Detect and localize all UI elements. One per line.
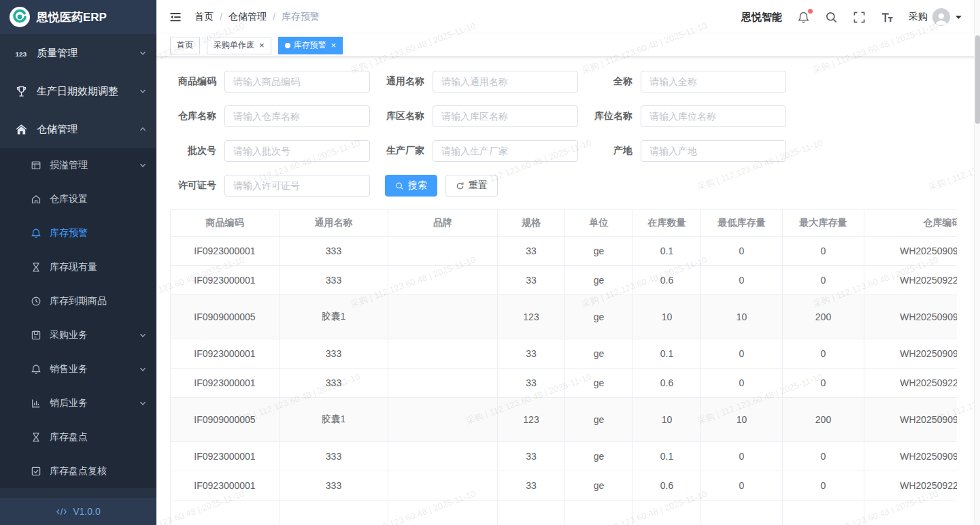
field-label: 库位名称 — [586, 110, 641, 122]
table-cell — [388, 471, 498, 501]
app-root: 恩悦医药ERP 123质量管理生产日期效期调整仓储管理损溢管理仓库设置库存预警库… — [0, 0, 980, 525]
breadcrumb-item[interactable]: 仓储管理 — [229, 11, 267, 23]
breadcrumb-item[interactable]: 首页 — [195, 11, 214, 23]
field-label: 产地 — [586, 145, 641, 157]
field-label: 生产厂家 — [378, 145, 433, 157]
full-name-input[interactable] — [641, 71, 786, 92]
notifications-button[interactable] — [797, 11, 810, 24]
bell-icon — [31, 228, 41, 239]
tab-stock-warning[interactable]: 库存预警× — [278, 37, 343, 54]
warehouse-name-input[interactable] — [224, 105, 370, 127]
table-row[interactable]: IF092300000133333ge0.100WH2025090900000 — [171, 442, 958, 471]
sidebar-item-production-date[interactable]: 生产日期效期调整 — [0, 72, 156, 110]
menu-fold-icon[interactable] — [169, 10, 182, 24]
table-cell — [388, 501, 498, 525]
table-row[interactable]: IF0909000005胶囊1123ge1010200WH20250909000… — [171, 295, 958, 339]
sidebar-item-warehouse[interactable]: 仓储管理 — [0, 110, 156, 148]
form-row: 商品编码通用名称全称 — [170, 71, 980, 92]
reset-button-label: 重置 — [469, 180, 488, 192]
generic-name-input[interactable] — [433, 71, 578, 92]
font-size-button[interactable] — [881, 11, 894, 24]
scrollbar-thumb[interactable] — [975, 35, 980, 124]
table-row[interactable]: IF0909000005胶囊1123ge1010200WH20250909000… — [171, 398, 958, 442]
table-cell — [864, 501, 958, 525]
column-header[interactable]: 仓库编码 — [864, 210, 958, 237]
sidebar-item-stock-warning[interactable]: 库存预警 — [0, 216, 156, 250]
chevron-up-icon — [139, 125, 147, 133]
tab-close-icon[interactable]: × — [259, 41, 265, 50]
table-cell: WH2025092200000 — [864, 369, 958, 398]
sidebar-item-stocktake[interactable]: 库存盘点 — [0, 420, 156, 454]
column-header[interactable]: 通用名称 — [280, 210, 388, 237]
table-cell: 0 — [701, 471, 783, 501]
sidebar-item-after-sales-business[interactable]: 销后业务 — [0, 386, 156, 420]
table-cell: 0 — [783, 471, 864, 501]
table-cell: WH2025090900000 — [864, 237, 958, 266]
column-header[interactable]: 在库数量 — [633, 210, 701, 237]
table-cell: 10 — [633, 398, 701, 442]
search-button[interactable] — [825, 11, 838, 24]
column-header[interactable]: 品牌 — [388, 210, 498, 237]
column-header[interactable]: 最大库存量 — [783, 210, 864, 237]
table-cell: WH2025092200000 — [864, 266, 958, 295]
location-name-input[interactable] — [641, 105, 786, 127]
sidebar-item-stock-expiring[interactable]: 库存到期商品 — [0, 284, 156, 318]
form-field-warehouse-name: 仓库名称 — [170, 105, 378, 127]
topbar-right: 恩悦智能 采购 — [741, 8, 962, 26]
column-header[interactable]: 商品编码 — [171, 210, 280, 237]
tab-close-icon[interactable]: × — [331, 41, 337, 50]
box-icon — [31, 330, 41, 341]
column-header[interactable]: 单位 — [565, 210, 633, 237]
chevron-down-icon — [139, 49, 147, 57]
user-menu[interactable]: 采购 — [909, 8, 962, 26]
svg-text:123: 123 — [15, 50, 27, 57]
column-header[interactable]: 最低库存量 — [701, 210, 783, 237]
sidebar-item-warehouse-setting[interactable]: 仓库设置 — [0, 182, 156, 216]
sidebar-item-label: 采购业务 — [50, 329, 139, 341]
tab-home[interactable]: 首页 — [170, 37, 200, 54]
table-cell: 33 — [498, 369, 565, 398]
sidebar-item-quality[interactable]: 123质量管理 — [0, 34, 156, 72]
sidebar-item-sales-business[interactable]: 销售业务 — [0, 352, 156, 386]
table-cell: IF0909000005 — [171, 295, 280, 339]
sidebar-item-label: 库存盘点 — [50, 431, 147, 443]
table-cell: ge — [565, 471, 633, 501]
table-cell — [388, 295, 498, 339]
table-cell: ge — [565, 339, 633, 369]
sidebar-item-stock-onhand[interactable]: 库存现有量 — [0, 250, 156, 284]
field-label: 商品编码 — [170, 75, 224, 88]
form-field-full-name: 全称 — [586, 71, 794, 92]
sidebar-item-loss-overflow[interactable]: 损溢管理 — [0, 148, 156, 182]
sidebar-item-purchase-business[interactable]: 采购业务 — [0, 318, 156, 352]
area-name-input[interactable] — [433, 105, 578, 127]
table-row[interactable]: IF092300000133333ge0.600WH2025092200000 — [171, 471, 958, 501]
table-row[interactable]: IF092300000133333ge0.600WH2025092200000 — [171, 369, 958, 398]
user-name: 采购 — [909, 11, 928, 23]
origin-input[interactable] — [641, 140, 786, 162]
page-scrollbar[interactable] — [974, 0, 980, 525]
table-cell: 0.1 — [633, 442, 701, 471]
reset-button[interactable]: 重置 — [445, 175, 498, 197]
sidebar-item-stocktake-review[interactable]: 库存盘点复核 — [0, 454, 156, 488]
table-cell: WH2025090900000 — [864, 442, 958, 471]
table-row[interactable]: IF092300000133333ge0.100WH2025090900000 — [171, 339, 958, 369]
table-row-partial[interactable] — [171, 501, 958, 525]
table-row[interactable]: IF092300000133333ge0.600WH2025092200000 — [171, 266, 958, 295]
search-button[interactable]: 搜索 — [385, 175, 437, 197]
table-cell — [388, 369, 498, 398]
table-cell: 10 — [701, 295, 783, 339]
table-cell — [388, 442, 498, 471]
table-cell: 33 — [498, 339, 565, 369]
table-row[interactable]: IF092300000133333ge0.100WH2025090900000 — [171, 237, 958, 266]
table-cell: 0 — [783, 339, 864, 369]
batch-no-input[interactable] — [224, 140, 370, 162]
column-header[interactable]: 规格 — [498, 210, 565, 237]
brand-label: 恩悦智能 — [741, 11, 782, 24]
license-no-input[interactable] — [224, 175, 370, 197]
sidebar-item-label: 销后业务 — [50, 397, 139, 409]
goods-code-input[interactable] — [224, 71, 370, 92]
manufacturer-input[interactable] — [433, 140, 578, 162]
version-label: V1.0.0 — [73, 506, 100, 517]
tab-purchase-void[interactable]: 采购单作废× — [207, 37, 271, 54]
fullscreen-button[interactable] — [853, 11, 866, 24]
